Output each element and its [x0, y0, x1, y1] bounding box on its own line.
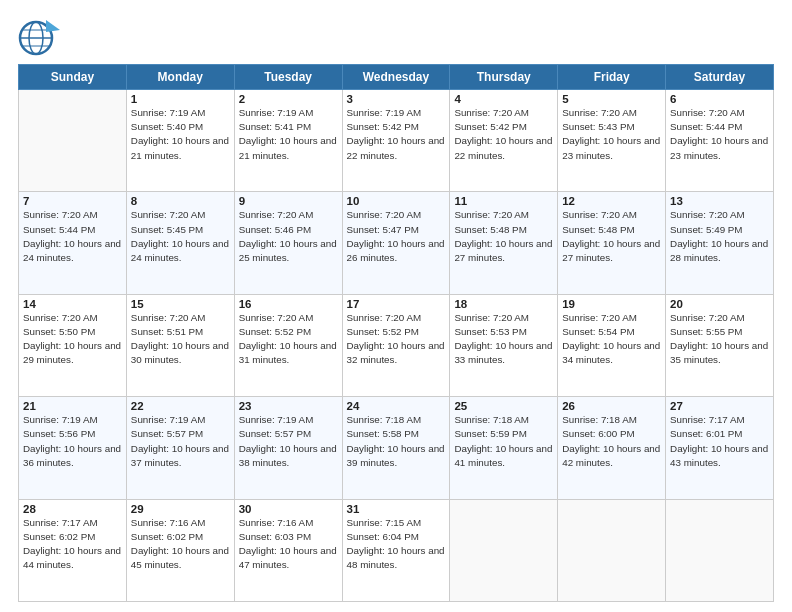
- day-detail: Sunrise: 7:20 AMSunset: 5:46 PMDaylight:…: [239, 208, 338, 265]
- calendar-week-1: 1Sunrise: 7:19 AMSunset: 5:40 PMDaylight…: [19, 90, 774, 192]
- day-detail: Sunrise: 7:20 AMSunset: 5:54 PMDaylight:…: [562, 311, 661, 368]
- day-number: 17: [347, 298, 446, 310]
- calendar-cell: 20Sunrise: 7:20 AMSunset: 5:55 PMDayligh…: [666, 294, 774, 396]
- day-detail: Sunrise: 7:19 AMSunset: 5:57 PMDaylight:…: [131, 413, 230, 470]
- day-detail: Sunrise: 7:20 AMSunset: 5:55 PMDaylight:…: [670, 311, 769, 368]
- calendar-cell: 4Sunrise: 7:20 AMSunset: 5:42 PMDaylight…: [450, 90, 558, 192]
- calendar-header-monday: Monday: [126, 65, 234, 90]
- day-detail: Sunrise: 7:19 AMSunset: 5:57 PMDaylight:…: [239, 413, 338, 470]
- day-number: 9: [239, 195, 338, 207]
- day-number: 4: [454, 93, 553, 105]
- calendar-cell: [666, 499, 774, 601]
- calendar-cell: 10Sunrise: 7:20 AMSunset: 5:47 PMDayligh…: [342, 192, 450, 294]
- calendar-cell: 16Sunrise: 7:20 AMSunset: 5:52 PMDayligh…: [234, 294, 342, 396]
- calendar-cell: 22Sunrise: 7:19 AMSunset: 5:57 PMDayligh…: [126, 397, 234, 499]
- calendar-cell: 28Sunrise: 7:17 AMSunset: 6:02 PMDayligh…: [19, 499, 127, 601]
- day-detail: Sunrise: 7:19 AMSunset: 5:56 PMDaylight:…: [23, 413, 122, 470]
- calendar-cell: 23Sunrise: 7:19 AMSunset: 5:57 PMDayligh…: [234, 397, 342, 499]
- day-detail: Sunrise: 7:15 AMSunset: 6:04 PMDaylight:…: [347, 516, 446, 573]
- day-detail: Sunrise: 7:19 AMSunset: 5:40 PMDaylight:…: [131, 106, 230, 163]
- day-detail: Sunrise: 7:20 AMSunset: 5:52 PMDaylight:…: [239, 311, 338, 368]
- calendar-cell: 26Sunrise: 7:18 AMSunset: 6:00 PMDayligh…: [558, 397, 666, 499]
- calendar-cell: 11Sunrise: 7:20 AMSunset: 5:48 PMDayligh…: [450, 192, 558, 294]
- day-number: 15: [131, 298, 230, 310]
- day-detail: Sunrise: 7:16 AMSunset: 6:03 PMDaylight:…: [239, 516, 338, 573]
- day-detail: Sunrise: 7:19 AMSunset: 5:42 PMDaylight:…: [347, 106, 446, 163]
- day-number: 27: [670, 400, 769, 412]
- day-number: 25: [454, 400, 553, 412]
- day-detail: Sunrise: 7:20 AMSunset: 5:49 PMDaylight:…: [670, 208, 769, 265]
- day-number: 30: [239, 503, 338, 515]
- calendar-header-saturday: Saturday: [666, 65, 774, 90]
- day-number: 20: [670, 298, 769, 310]
- calendar-cell: [558, 499, 666, 601]
- day-number: 28: [23, 503, 122, 515]
- svg-marker-5: [46, 20, 60, 32]
- day-number: 5: [562, 93, 661, 105]
- calendar-week-5: 28Sunrise: 7:17 AMSunset: 6:02 PMDayligh…: [19, 499, 774, 601]
- day-detail: Sunrise: 7:18 AMSunset: 6:00 PMDaylight:…: [562, 413, 661, 470]
- calendar-cell: 2Sunrise: 7:19 AMSunset: 5:41 PMDaylight…: [234, 90, 342, 192]
- day-number: 19: [562, 298, 661, 310]
- day-number: 6: [670, 93, 769, 105]
- calendar-week-4: 21Sunrise: 7:19 AMSunset: 5:56 PMDayligh…: [19, 397, 774, 499]
- calendar-cell: 27Sunrise: 7:17 AMSunset: 6:01 PMDayligh…: [666, 397, 774, 499]
- day-number: 12: [562, 195, 661, 207]
- calendar-cell: [450, 499, 558, 601]
- calendar-header-thursday: Thursday: [450, 65, 558, 90]
- day-number: 8: [131, 195, 230, 207]
- calendar-table: SundayMondayTuesdayWednesdayThursdayFrid…: [18, 64, 774, 602]
- day-number: 7: [23, 195, 122, 207]
- day-detail: Sunrise: 7:20 AMSunset: 5:48 PMDaylight:…: [562, 208, 661, 265]
- day-detail: Sunrise: 7:16 AMSunset: 6:02 PMDaylight:…: [131, 516, 230, 573]
- calendar-week-3: 14Sunrise: 7:20 AMSunset: 5:50 PMDayligh…: [19, 294, 774, 396]
- day-detail: Sunrise: 7:20 AMSunset: 5:48 PMDaylight:…: [454, 208, 553, 265]
- calendar-header-row: SundayMondayTuesdayWednesdayThursdayFrid…: [19, 65, 774, 90]
- calendar-header-sunday: Sunday: [19, 65, 127, 90]
- calendar-cell: 7Sunrise: 7:20 AMSunset: 5:44 PMDaylight…: [19, 192, 127, 294]
- day-detail: Sunrise: 7:18 AMSunset: 5:59 PMDaylight:…: [454, 413, 553, 470]
- day-number: 1: [131, 93, 230, 105]
- day-detail: Sunrise: 7:20 AMSunset: 5:45 PMDaylight:…: [131, 208, 230, 265]
- calendar-header-friday: Friday: [558, 65, 666, 90]
- calendar-cell: 30Sunrise: 7:16 AMSunset: 6:03 PMDayligh…: [234, 499, 342, 601]
- calendar-week-2: 7Sunrise: 7:20 AMSunset: 5:44 PMDaylight…: [19, 192, 774, 294]
- calendar-header-tuesday: Tuesday: [234, 65, 342, 90]
- calendar-cell: 21Sunrise: 7:19 AMSunset: 5:56 PMDayligh…: [19, 397, 127, 499]
- day-number: 3: [347, 93, 446, 105]
- day-number: 24: [347, 400, 446, 412]
- day-detail: Sunrise: 7:20 AMSunset: 5:42 PMDaylight:…: [454, 106, 553, 163]
- calendar-header-wednesday: Wednesday: [342, 65, 450, 90]
- page: SundayMondayTuesdayWednesdayThursdayFrid…: [0, 0, 792, 612]
- calendar-cell: 24Sunrise: 7:18 AMSunset: 5:58 PMDayligh…: [342, 397, 450, 499]
- day-detail: Sunrise: 7:18 AMSunset: 5:58 PMDaylight:…: [347, 413, 446, 470]
- day-number: 29: [131, 503, 230, 515]
- day-detail: Sunrise: 7:17 AMSunset: 6:02 PMDaylight:…: [23, 516, 122, 573]
- calendar-cell: 17Sunrise: 7:20 AMSunset: 5:52 PMDayligh…: [342, 294, 450, 396]
- day-detail: Sunrise: 7:20 AMSunset: 5:53 PMDaylight:…: [454, 311, 553, 368]
- calendar-cell: 3Sunrise: 7:19 AMSunset: 5:42 PMDaylight…: [342, 90, 450, 192]
- day-detail: Sunrise: 7:20 AMSunset: 5:47 PMDaylight:…: [347, 208, 446, 265]
- day-number: 23: [239, 400, 338, 412]
- calendar-cell: 25Sunrise: 7:18 AMSunset: 5:59 PMDayligh…: [450, 397, 558, 499]
- day-detail: Sunrise: 7:20 AMSunset: 5:52 PMDaylight:…: [347, 311, 446, 368]
- day-number: 31: [347, 503, 446, 515]
- day-detail: Sunrise: 7:20 AMSunset: 5:44 PMDaylight:…: [670, 106, 769, 163]
- day-detail: Sunrise: 7:19 AMSunset: 5:41 PMDaylight:…: [239, 106, 338, 163]
- day-detail: Sunrise: 7:20 AMSunset: 5:43 PMDaylight:…: [562, 106, 661, 163]
- header: [18, 18, 774, 56]
- day-number: 2: [239, 93, 338, 105]
- day-number: 16: [239, 298, 338, 310]
- logo-globe-icon: [18, 18, 60, 56]
- day-number: 11: [454, 195, 553, 207]
- day-detail: Sunrise: 7:20 AMSunset: 5:44 PMDaylight:…: [23, 208, 122, 265]
- calendar-cell: 18Sunrise: 7:20 AMSunset: 5:53 PMDayligh…: [450, 294, 558, 396]
- calendar-cell: 9Sunrise: 7:20 AMSunset: 5:46 PMDaylight…: [234, 192, 342, 294]
- day-number: 26: [562, 400, 661, 412]
- calendar-cell: 19Sunrise: 7:20 AMSunset: 5:54 PMDayligh…: [558, 294, 666, 396]
- calendar-cell: 5Sunrise: 7:20 AMSunset: 5:43 PMDaylight…: [558, 90, 666, 192]
- day-number: 18: [454, 298, 553, 310]
- day-number: 21: [23, 400, 122, 412]
- calendar-cell: 12Sunrise: 7:20 AMSunset: 5:48 PMDayligh…: [558, 192, 666, 294]
- calendar-cell: 8Sunrise: 7:20 AMSunset: 5:45 PMDaylight…: [126, 192, 234, 294]
